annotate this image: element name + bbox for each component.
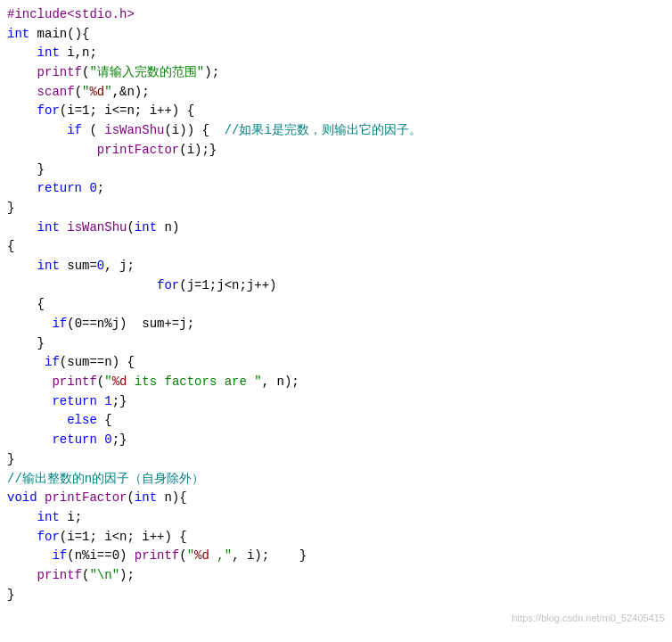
code-line-25: //输出整数的n的因子（自身除外）	[7, 470, 665, 490]
code-line-9: }	[7, 160, 665, 180]
code-line-17: if(0==n%j) sum+=j;	[7, 315, 665, 334]
code-line-28: for(i=1; i<n; i++) {	[7, 528, 665, 547]
code-line-5: scanf("%d",&n);	[7, 83, 665, 103]
code-line-29: if(n%i==0) printf("%d ,", i); }	[7, 547, 665, 566]
code-line-20: printf("%d its factors are ", n);	[7, 373, 665, 392]
code-line-3: int i,n;	[7, 44, 665, 63]
code-line-26: void printFactor(int n){	[7, 489, 665, 508]
code-line-2: int main(){	[7, 25, 665, 45]
code-line-27: int i;	[7, 508, 665, 528]
watermark: https://blog.csdn.net/m0_52405415	[512, 611, 665, 626]
code-line-15: for(j=1;j<n;j++)	[7, 276, 665, 296]
code-line-10: return 0;	[7, 179, 665, 199]
code-container: #include<stdio.h> int main(){ int i,n; p…	[0, 0, 672, 642]
code-line-16: {	[7, 295, 665, 315]
code-line-13: {	[7, 237, 665, 257]
code-line-11: }	[7, 199, 665, 218]
code-line-23: return 0;}	[7, 431, 665, 450]
code-line-4: printf("请输入完数的范围");	[7, 63, 665, 83]
code-line-6: for(i=1; i<=n; i++) {	[7, 102, 665, 121]
preprocessor: #include<stdio.h>	[7, 7, 135, 21]
code-line-21: return 1;}	[7, 392, 665, 412]
code-line-31: }	[7, 586, 665, 605]
code-line-24: }	[7, 450, 665, 470]
code-line-8: printFactor(i);}	[7, 141, 665, 160]
code-line-19: if(sum==n) {	[7, 353, 665, 373]
code-line-1: #include<stdio.h>	[7, 5, 665, 25]
code-line-12: int isWanShu(int n)	[7, 218, 665, 238]
code-line-18: }	[7, 334, 665, 354]
code-line-14: int sum=0, j;	[7, 257, 665, 276]
code-line-22: else {	[7, 411, 665, 431]
code-line-7: if ( isWanShu(i)) { //如果i是完数，则输出它的因子。	[7, 121, 665, 141]
code-line-30: printf("\n");	[7, 566, 665, 586]
